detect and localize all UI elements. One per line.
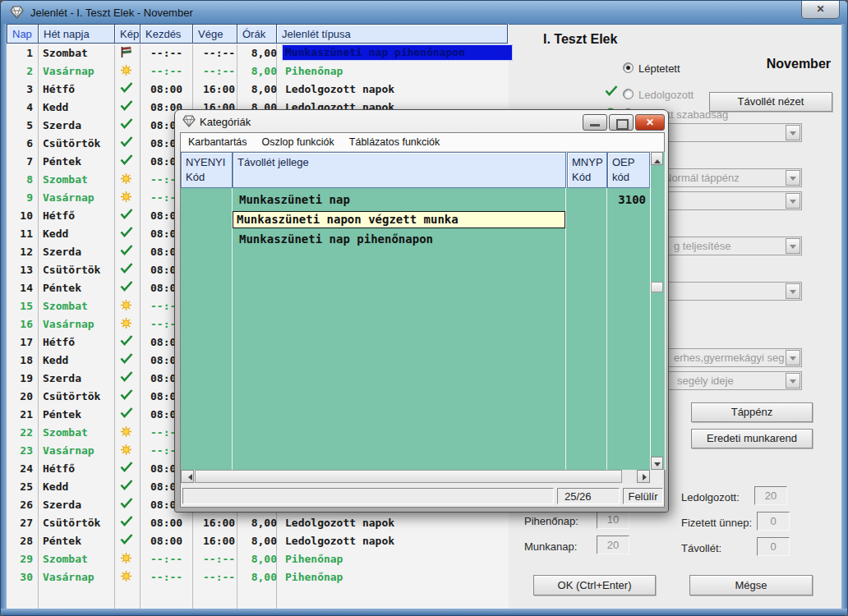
presence-type: Pihenőnap	[285, 571, 343, 583]
horizontal-scroll-thumb[interactable]	[195, 470, 622, 483]
chevron-down-icon[interactable]	[786, 125, 800, 140]
ok-button[interactable]: OK (Ctrl+Enter)	[533, 575, 656, 595]
maximize-button[interactable]	[609, 114, 634, 131]
day-number: 25	[7, 480, 33, 493]
day-number: 11	[7, 228, 33, 240]
dialog-close-button[interactable]: ✕	[635, 114, 665, 131]
day-number: 26	[7, 499, 33, 511]
scroll-down-icon[interactable]	[651, 457, 663, 470]
category-row-2[interactable]: Munkaszüneti napon végzett munka	[181, 210, 650, 230]
hours-value: 8,00	[242, 65, 277, 77]
weekday-name: Vasárnap	[43, 571, 94, 583]
day-number: 5	[7, 119, 33, 131]
hours-value: 8,00	[242, 83, 277, 95]
sun-icon	[120, 172, 145, 185]
presence-type: Pihenőnap	[285, 553, 343, 565]
tavollet-nezet-button[interactable]: Távollét nézet	[709, 92, 832, 112]
radio-leptetett[interactable]	[623, 62, 634, 73]
hours-value: 8,00	[242, 517, 277, 529]
attendance-column-header-6[interactable]: Órák	[237, 24, 277, 44]
eredeti-munkarend-button[interactable]: Eredeti munkarend	[691, 429, 813, 448]
dialog-title: Kategóriák	[200, 116, 251, 128]
attendance-column-header-7[interactable]: Jelenlét típusa	[276, 24, 508, 44]
dialog-gem-icon	[182, 115, 196, 127]
weekday-name: Péntek	[43, 408, 81, 421]
sun-icon	[120, 444, 145, 456]
menu-item-1[interactable]: Karbantartás	[181, 133, 255, 148]
attendance-column-header-1[interactable]: Nap	[7, 24, 39, 44]
attendance-row-2[interactable]: 2Vasárnap--:----:--8,00Pihenőnap	[7, 62, 508, 80]
weekday-name: Csütörtök	[43, 137, 100, 149]
check-icon	[120, 462, 133, 472]
category-row-3[interactable]: Munkaszüneti nap pihenőnapon	[181, 230, 650, 250]
chevron-down-icon[interactable]	[786, 350, 800, 365]
chevron-down-icon[interactable]	[786, 283, 800, 299]
category-name: Munkaszüneti napon végzett munka	[233, 211, 565, 228]
start-time: 08:00	[150, 535, 182, 547]
scroll-right-icon[interactable]	[637, 470, 650, 483]
minimize-button[interactable]	[583, 114, 607, 131]
check-icon	[120, 154, 133, 165]
radio-ledolgozott-label: Ledolgozott	[638, 89, 694, 101]
day-number: 3	[7, 83, 33, 95]
attendance-row-28[interactable]: 28Péntek08:0016:008,00Ledolgozott napok	[7, 532, 508, 550]
chevron-down-icon[interactable]	[786, 238, 800, 254]
attendance-column-header-5[interactable]: Vége	[192, 24, 237, 44]
vertical-scrollbar[interactable]	[650, 152, 666, 470]
vertical-scroll-thumb[interactable]	[651, 282, 663, 292]
check-icon	[120, 209, 133, 219]
check-icon	[120, 371, 145, 382]
chevron-down-icon[interactable]	[786, 170, 800, 186]
column-header-tavollet-jellege[interactable]: Távollét jellege	[233, 152, 566, 188]
attendance-row-29[interactable]: 29Szombat--:----:--8,00Pihenőnap	[7, 550, 508, 568]
check-icon	[120, 245, 145, 255]
menu-item-2[interactable]: Oszlop funkciók	[255, 133, 342, 148]
attendance-row-30[interactable]: 30Vasárnap--:----:--8,00Pihenőnap	[7, 568, 508, 586]
end-time: --:--	[203, 553, 235, 565]
category-name: Munkaszüneti nap pihenőnapon	[236, 232, 436, 246]
attendance-row-1[interactable]: 1Szombat--:----:--8,00Munkaszüneti nap p…	[7, 44, 508, 62]
attendance-column-header-2[interactable]: Hét napja	[38, 24, 115, 44]
weekday-name: Csütörtök	[43, 264, 100, 276]
attendance-column-header-3[interactable]: Kép	[114, 24, 141, 44]
counter-ledolgozott-label: Ledolgozott:	[681, 491, 740, 503]
check-icon	[120, 498, 133, 508]
day-number: 13	[7, 264, 33, 276]
check-icon	[120, 154, 145, 165]
check-icon	[120, 263, 133, 274]
chevron-down-icon[interactable]	[786, 193, 800, 209]
column-header-mnyp[interactable]: MNYPKód	[567, 152, 607, 188]
counter-tavollet-label: Távollét:	[681, 542, 721, 554]
presence-type: Ledolgozott napok	[285, 517, 394, 529]
month-label: November	[744, 57, 831, 71]
sun-icon	[120, 425, 145, 438]
megse-button[interactable]: Mégse	[689, 575, 813, 595]
horizontal-scrollbar[interactable]	[181, 470, 650, 484]
check-icon	[120, 534, 133, 545]
day-number: 7	[7, 155, 33, 168]
close-button[interactable]: ✕	[801, 1, 840, 19]
category-grid: Munkaszüneti nap3100Munkaszüneti napon v…	[181, 188, 650, 470]
menu-item-3[interactable]: Táblázatos funkciók	[342, 133, 447, 148]
check-icon	[120, 516, 133, 526]
scroll-left-icon[interactable]	[181, 470, 194, 483]
day-number: 9	[7, 191, 33, 204]
check-icon	[120, 227, 145, 237]
attendance-column-header-4[interactable]: Kezdés	[140, 24, 193, 44]
weekday-name: Péntek	[43, 155, 81, 168]
scroll-up-icon[interactable]	[651, 152, 663, 165]
check-icon	[120, 227, 133, 237]
weekday-name: Vasárnap	[43, 191, 94, 204]
end-time: 16:00	[203, 83, 235, 95]
attendance-row-3[interactable]: 3Hétfő08:0016:008,00Ledolgozott napok	[7, 80, 508, 99]
attendance-row-27[interactable]: 27Csütörtök08:0016:008,00Ledolgozott nap…	[7, 514, 508, 532]
tappenz-button[interactable]: Táppénz	[691, 402, 813, 422]
category-row-1[interactable]: Munkaszüneti nap3100	[181, 191, 650, 210]
presence-type: Ledolgozott napok	[285, 535, 394, 547]
column-header-nyenyi[interactable]: NYENYIKód	[181, 152, 233, 188]
chevron-down-icon[interactable]	[786, 373, 800, 388]
hours-value: 8,00	[242, 553, 277, 565]
start-time: 08:00	[150, 517, 182, 529]
column-header-oep[interactable]: OEPkód	[607, 152, 650, 188]
radio-ledolgozott[interactable]	[623, 89, 634, 99]
